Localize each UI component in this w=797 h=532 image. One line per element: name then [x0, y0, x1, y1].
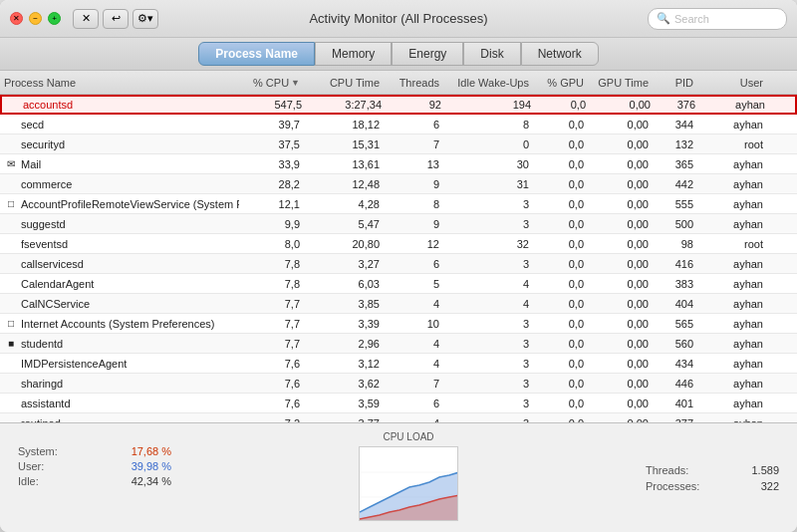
table-row[interactable]: CalNCService 7,7 3,85 4 4 0,0 0,00 404 a…: [0, 294, 797, 314]
cpu-cell: 8,0: [239, 238, 304, 250]
idle-cell: 8: [443, 119, 533, 131]
cpu-cell: 7,8: [239, 258, 304, 270]
maximize-button[interactable]: +: [48, 12, 61, 25]
table-row[interactable]: ✉ Mail 33,9 13,61 13 30 0,0 0,00 365 ayh…: [0, 154, 797, 174]
table-row[interactable]: suggestd 9,9 5,47 9 3 0,0 0,00 500 ayhan: [0, 214, 797, 234]
user-stat-row: User: 39,98 %: [18, 460, 171, 472]
pid-cell: 365: [653, 158, 697, 170]
cpu-cell: 7,7: [239, 318, 304, 330]
user-stat-key: User:: [18, 460, 44, 472]
tab-memory[interactable]: Memory: [315, 42, 392, 66]
tab-cpu[interactable]: Process Name: [198, 42, 315, 66]
user-cell: ayhan: [697, 298, 767, 310]
bottom-panel: System: 17,68 % User: 39,98 % Idle: 42,3…: [0, 422, 797, 532]
close-button[interactable]: ✕: [10, 12, 23, 25]
table-row[interactable]: CalendarAgent 7,8 6,03 5 4 0,0 0,00 383 …: [0, 274, 797, 294]
pid-cell: 555: [653, 198, 697, 210]
threads-cell: 13: [384, 158, 443, 170]
table-row[interactable]: accountsd 547,5 3:27,34 92 194 0,0 0,00 …: [0, 95, 797, 115]
col-idle-wakeups[interactable]: Idle Wake-Ups: [443, 77, 533, 89]
table-body: accountsd 547,5 3:27,34 92 194 0,0 0,00 …: [0, 95, 797, 422]
process-name-cell: IMDPersistenceAgent: [0, 357, 239, 371]
idle-cell: 32: [443, 238, 533, 250]
gputime-cell: 0,00: [588, 278, 653, 290]
table-row[interactable]: secd 39,7 18,12 6 8 0,0 0,00 344 ayhan: [0, 115, 797, 134]
idle-cell: 4: [443, 278, 533, 290]
threads-cell: 10: [384, 318, 443, 330]
process-icon: ■: [4, 337, 18, 351]
table-row[interactable]: fseventsd 8,0 20,80 12 32 0,0 0,00 98 ro…: [0, 234, 797, 254]
settings-button[interactable]: ⚙▾: [133, 9, 158, 29]
tab-energy[interactable]: Energy: [392, 42, 463, 66]
cpu-cell: 28,2: [239, 178, 304, 190]
table-row[interactable]: sharingd 7,6 3,62 7 3 0,0 0,00 446 ayhan: [0, 374, 797, 394]
col-process-name[interactable]: Process Name: [0, 77, 239, 89]
processes-row: Processes: 322: [646, 480, 779, 492]
system-stat-key: System:: [18, 445, 58, 457]
process-icon: [4, 118, 18, 132]
processes-key: Processes:: [646, 480, 699, 492]
table-row[interactable]: commerce 28,2 12,48 9 31 0,0 0,00 442 ay…: [0, 174, 797, 194]
gpu-cell: 0,0: [533, 318, 588, 330]
user-cell: root: [697, 138, 767, 150]
window-title: Activity Monitor (All Processes): [309, 11, 487, 26]
table-row[interactable]: routined 7,2 3,77 4 3 0,0 0,00 377 ayhan: [0, 413, 797, 422]
idle-cell: 4: [443, 298, 533, 310]
process-name-cell: fseventsd: [0, 237, 239, 251]
table-row[interactable]: assistantd 7,6 3,59 6 3 0,0 0,00 401 ayh…: [0, 394, 797, 413]
back-button[interactable]: ✕: [73, 9, 99, 29]
pid-cell: 434: [653, 358, 697, 370]
search-box[interactable]: 🔍 Search: [648, 8, 787, 30]
process-name-cell: assistantd: [0, 397, 239, 410]
refresh-button[interactable]: ↩: [103, 9, 129, 29]
table-row[interactable]: □ AccountProfileRemoteViewService (Syste…: [0, 194, 797, 214]
table-row[interactable]: securityd 37,5 15,31 7 0 0,0 0,00 132 ro…: [0, 134, 797, 154]
process-icon: [6, 98, 20, 112]
table-row[interactable]: □ Internet Accounts (System Preferences)…: [0, 314, 797, 334]
gpu-cell: 0,0: [533, 178, 588, 190]
col-cpu-time[interactable]: CPU Time: [304, 77, 384, 89]
process-name-cell: commerce: [0, 177, 239, 191]
pid-cell: 446: [653, 378, 697, 390]
threads-cell: 6: [384, 258, 443, 270]
col-user[interactable]: User: [697, 77, 767, 89]
pid-cell: 560: [653, 338, 697, 350]
table-row[interactable]: ■ studentd 7,7 2,96 4 3 0,0 0,00 560 ayh…: [0, 334, 797, 354]
processes-val: 322: [761, 480, 779, 492]
cputime-cell: 3,62: [304, 378, 384, 390]
process-name: callservicesd: [21, 258, 84, 270]
process-name: fseventsd: [21, 238, 68, 250]
table-row[interactable]: IMDPersistenceAgent 7,6 3,12 4 3 0,0 0,0…: [0, 354, 797, 374]
col-gpu-time[interactable]: GPU Time: [588, 77, 653, 89]
tab-network[interactable]: Network: [521, 42, 599, 66]
threads-cell: 6: [384, 119, 443, 131]
col-gpu[interactable]: % GPU: [533, 77, 588, 89]
user-cell: ayhan: [697, 178, 767, 190]
cpu-cell: 547,5: [241, 99, 306, 111]
gputime-cell: 0,00: [588, 238, 653, 250]
minimize-button[interactable]: −: [29, 12, 42, 25]
col-pid[interactable]: PID: [653, 77, 697, 89]
table-row[interactable]: callservicesd 7,8 3,27 6 3 0,0 0,00 416 …: [0, 254, 797, 274]
user-cell: ayhan: [697, 318, 767, 330]
toolbar-left: ✕ ↩ ⚙▾: [73, 9, 158, 29]
cputime-cell: 4,28: [304, 198, 384, 210]
user-cell: ayhan: [697, 378, 767, 390]
threads-cell: 7: [384, 378, 443, 390]
pid-cell: 565: [653, 318, 697, 330]
gputime-cell: 0,00: [588, 158, 653, 170]
process-name-cell: □ AccountProfileRemoteViewService (Syste…: [0, 197, 239, 211]
process-icon: [4, 137, 18, 151]
process-name: CalendarAgent: [21, 278, 94, 290]
col-cpu[interactable]: % CPU ▼: [239, 77, 304, 89]
tab-disk[interactable]: Disk: [463, 42, 520, 66]
threads-cell: 4: [384, 338, 443, 350]
threads-val: 1.589: [751, 464, 779, 476]
threads-cell: 5: [384, 278, 443, 290]
user-cell: ayhan: [697, 338, 767, 350]
gpu-cell: 0,0: [533, 358, 588, 370]
col-threads[interactable]: Threads: [384, 77, 443, 89]
cpu-cell: 7,6: [239, 378, 304, 390]
cpu-cell: 33,9: [239, 158, 304, 170]
pid-cell: 132: [653, 138, 697, 150]
